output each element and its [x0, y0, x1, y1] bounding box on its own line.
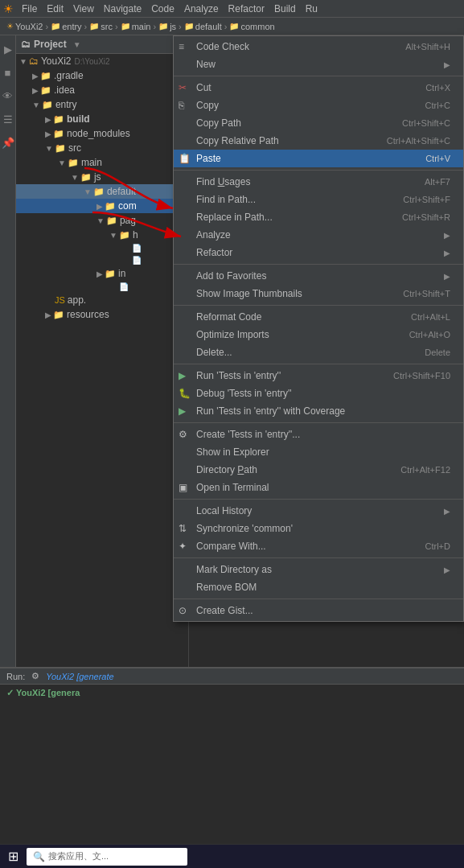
- file-icon-2: 📄: [132, 256, 142, 265]
- ctx-find-usages[interactable]: Find Usages Alt+F7: [174, 173, 463, 191]
- ctx-copy[interactable]: ⎘ Copy Ctrl+C: [174, 97, 463, 114]
- ctx-cut[interactable]: ✂ Cut Ctrl+X: [174, 79, 463, 97]
- ctx-remove-bom[interactable]: Remove BOM: [174, 578, 463, 596]
- ctx-shortcut-find-in-path: Ctrl+Shift+F: [387, 195, 450, 204]
- ctx-reformat-code[interactable]: Reformat Code Ctrl+Alt+L: [174, 308, 463, 326]
- breadcrumb-src[interactable]: src: [101, 22, 113, 31]
- menu-refactor[interactable]: Refactor: [224, 2, 269, 16]
- eye-panel-icon[interactable]: 👁: [1, 88, 14, 104]
- menu-code[interactable]: Code: [146, 2, 179, 16]
- breadcrumb-youxi2[interactable]: YouXi2: [15, 22, 43, 31]
- tree-item-js[interactable]: ▼ 📁 js: [16, 170, 188, 184]
- breadcrumb-entry[interactable]: entry: [62, 22, 81, 31]
- ctx-label-reformat-code: Reformat Code: [196, 311, 261, 323]
- tree-item-idea[interactable]: ▶ 📁 .idea: [16, 83, 188, 97]
- tree-arrow-build: ▶: [45, 115, 51, 124]
- tree-item-common[interactable]: ▶ 📁 com: [16, 199, 188, 213]
- menu-navigate[interactable]: Navigate: [99, 2, 146, 16]
- tree-item-youxi2[interactable]: ▼ 🗂 YouXi2 D:\YouXi2: [16, 54, 188, 68]
- tree-label-gradle: .gradle: [54, 70, 84, 81]
- pin-panel-icon[interactable]: 📌: [0, 135, 16, 150]
- ctx-add-to-favorites[interactable]: Add to Favorites ▶: [174, 267, 463, 285]
- folder-icon-gradle: 📁: [40, 71, 51, 81]
- tree-item-resources[interactable]: ▶ 📁 resources: [16, 307, 188, 322]
- menu-edit[interactable]: Edit: [42, 2, 68, 16]
- menu-run[interactable]: Ru: [301, 2, 322, 16]
- ctx-replace-in-path[interactable]: Replace in Path... Ctrl+Shift+R: [174, 208, 463, 226]
- breadcrumb-folder-icon-3: 📁: [158, 22, 168, 31]
- synchronize-icon: ⇅: [179, 523, 187, 534]
- tree-item-page[interactable]: ▼ 📁 pag: [16, 213, 188, 228]
- tree-item-entry[interactable]: ▼ 📁 entry: [16, 97, 188, 112]
- tree-arrow-in: ▶: [96, 269, 103, 278]
- breadcrumb-js[interactable]: js: [170, 22, 176, 31]
- ctx-label-analyze: Analyze: [196, 229, 231, 241]
- ctx-copy-relative-path[interactable]: Copy Relative Path Ctrl+Alt+Shift+C: [174, 132, 463, 150]
- ctx-analyze[interactable]: Analyze ▶: [174, 226, 463, 244]
- menu-analyze[interactable]: Analyze: [179, 2, 224, 16]
- tree-item-node-modules[interactable]: ▶ 📁 node_modules: [16, 126, 188, 141]
- ctx-refactor[interactable]: Refactor ▶: [174, 244, 463, 261]
- tree-item-file1[interactable]: 📄: [16, 242, 188, 254]
- ctx-run-with-coverage[interactable]: ▶ Run 'Tests in 'entry'' with Coverage: [174, 402, 463, 420]
- breadcrumb-folder-icon-0: 📁: [51, 22, 60, 31]
- breadcrumb-default[interactable]: default: [195, 22, 222, 31]
- ctx-local-history[interactable]: Local History ▶: [174, 502, 463, 520]
- tree-arrow-gradle: ▶: [32, 72, 39, 80]
- tree-item-app[interactable]: JS app.: [16, 293, 188, 307]
- ctx-create-gist[interactable]: ⊙ Create Gist...: [174, 602, 463, 619]
- ctx-find-in-path[interactable]: Find in Path... Ctrl+Shift+F: [174, 191, 463, 208]
- ctx-run-tests[interactable]: ▶ Run 'Tests in 'entry'' Ctrl+Shift+F10: [174, 367, 463, 385]
- tree-item-main[interactable]: ▼ 📁 main: [16, 155, 188, 170]
- ctx-arrow-add-to-favorites: ▶: [444, 272, 450, 281]
- tree-item-file3[interactable]: 📄: [16, 281, 188, 293]
- breadcrumb-main[interactable]: main: [132, 22, 151, 31]
- ctx-open-in-terminal[interactable]: ▣ Open in Terminal: [174, 479, 463, 496]
- menu-file[interactable]: File: [17, 2, 42, 16]
- tree-item-src[interactable]: ▼ 📁 src: [16, 141, 188, 155]
- run-panel-icon[interactable]: ▶: [2, 42, 14, 57]
- menu-build[interactable]: Build: [269, 2, 301, 16]
- stop-panel-icon[interactable]: ■: [3, 65, 13, 80]
- ctx-label-directory-path: Directory Path: [196, 464, 257, 475]
- menu-view[interactable]: View: [68, 2, 99, 16]
- taskbar-search-placeholder[interactable]: 搜索应用、文...: [48, 850, 109, 862]
- ctx-shortcut-find-usages: Alt+F7: [409, 177, 450, 187]
- run-success-icon: ✓: [6, 688, 14, 697]
- tree-item-in[interactable]: ▶ 📁 in: [16, 266, 188, 281]
- ctx-paste[interactable]: 📋 Paste Ctrl+V: [174, 150, 463, 167]
- ctx-copy-path[interactable]: Copy Path Ctrl+Shift+C: [174, 114, 463, 132]
- ctx-compare-with[interactable]: ✦ Compare With... Ctrl+D: [174, 537, 463, 555]
- ctx-mark-directory[interactable]: Mark Directory as ▶: [174, 561, 463, 578]
- ctx-show-in-explorer[interactable]: Show in Explorer: [174, 443, 463, 461]
- ctx-optimize-imports[interactable]: Optimize Imports Ctrl+Alt+O: [174, 326, 463, 343]
- ctx-debug-tests[interactable]: 🐛 Debug 'Tests in 'entry'': [174, 385, 463, 402]
- ctx-shortcut-cut: Ctrl+X: [409, 83, 450, 93]
- breadcrumb-common[interactable]: common: [240, 22, 274, 31]
- windows-start-button[interactable]: ⊞: [3, 847, 23, 866]
- ctx-synchronize[interactable]: ⇅ Synchronize 'common': [174, 520, 463, 537]
- ctx-show-image-thumbnails[interactable]: Show Image Thumbnails Ctrl+Shift+T: [174, 285, 463, 302]
- project-icon: 🗂: [29, 56, 39, 67]
- sidebar-dropdown-icon[interactable]: ▼: [73, 40, 81, 49]
- ctx-delete[interactable]: Delete... Delete: [174, 343, 463, 361]
- list-panel-icon[interactable]: ☰: [2, 112, 14, 127]
- ctx-create-tests[interactable]: ⚙ Create 'Tests in 'entry''...: [174, 426, 463, 443]
- tree-item-gradle[interactable]: ▶ 📁 .gradle: [16, 68, 188, 83]
- ctx-new[interactable]: New ▶: [174, 56, 463, 73]
- ctx-directory-path[interactable]: Directory Path Ctrl+Alt+F12: [174, 461, 463, 479]
- ctx-code-check[interactable]: ≡ Code Check Alt+Shift+H: [174, 38, 463, 56]
- tree-arrow-entry: ▼: [32, 101, 40, 109]
- sidebar-title: Project: [34, 39, 67, 50]
- taskbar-search-icon: 🔍: [33, 851, 45, 862]
- tree-arrow-idea: ▶: [32, 86, 39, 95]
- tree-arrow-page: ▼: [96, 216, 105, 225]
- tree-item-h[interactable]: ▼ 📁 h: [16, 228, 188, 242]
- ctx-label-show-in-explorer: Show in Explorer: [196, 446, 269, 458]
- ctx-sep-9: [174, 599, 463, 599]
- tree-item-default[interactable]: ▼ 📁 default: [16, 184, 188, 199]
- tree-item-build[interactable]: ▶ 📁 build: [16, 112, 188, 126]
- ctx-label-open-in-terminal: Open in Terminal: [196, 482, 269, 493]
- tree-label-idea: .idea: [54, 84, 75, 96]
- tree-item-file2[interactable]: 📄: [16, 254, 188, 266]
